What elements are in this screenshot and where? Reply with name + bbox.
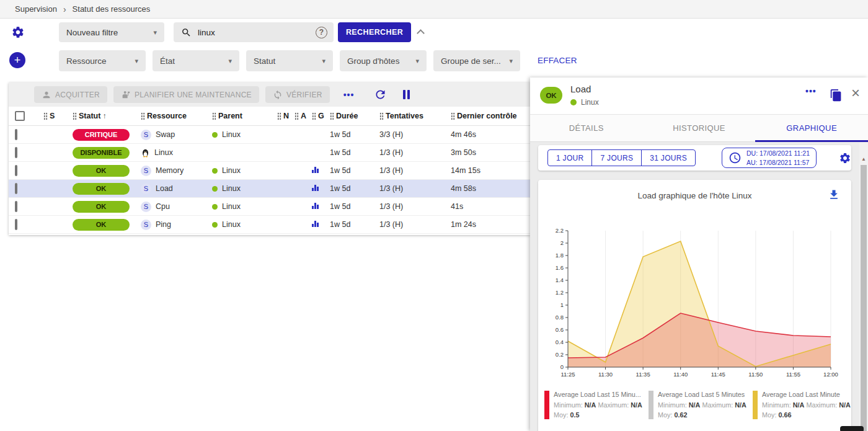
column-header-A[interactable]: A	[294, 112, 312, 120]
drag-handle-icon[interactable]	[294, 112, 299, 120]
bar-chart-icon[interactable]	[312, 166, 319, 173]
graph-card: Load graphique de l'hôte Linux 00.20.40.…	[538, 180, 851, 431]
table-row[interactable]: DISPONIBLELinux1w 5d1/3 (H)3m 50s	[9, 144, 530, 162]
avg-value: 0.66	[778, 411, 791, 419]
range-button-31-jours[interactable]: 31 JOURS	[641, 149, 696, 166]
max-value: N/A	[735, 401, 746, 409]
column-header-G[interactable]: G	[312, 112, 330, 120]
drag-handle-icon[interactable]	[312, 112, 316, 120]
bar-chart-icon[interactable]	[312, 202, 319, 209]
help-icon[interactable]: ?	[316, 27, 327, 38]
column-header-Statut[interactable]: Statut↑	[73, 112, 141, 120]
criteria-dropdown-statut[interactable]: Statut▾	[246, 50, 333, 71]
column-header-N[interactable]: N	[277, 112, 294, 120]
graph-settings-gear-icon[interactable]	[839, 152, 851, 164]
row-checkbox[interactable]	[15, 147, 17, 158]
collapse-filters-chevron-icon[interactable]	[417, 29, 425, 37]
panel-more-icon[interactable]: •••	[805, 86, 817, 96]
breadcrumb-supervision[interactable]: Supervision	[15, 4, 57, 14]
row-checkbox[interactable]	[15, 201, 17, 212]
table-row[interactable]: OKSPingLinux1w 5d1/3 (H)1m 24s	[9, 216, 530, 234]
row-checkbox[interactable]	[15, 129, 17, 140]
downtime-button[interactable]: PLANIFIER UNE MAINTENANCE	[113, 86, 259, 103]
column-label: Ressource	[147, 112, 187, 120]
tab-historique[interactable]: HISTORIQUE	[643, 115, 756, 141]
criteria-dropdown--tat[interactable]: État▾	[153, 50, 239, 71]
column-header-Parent[interactable]: Parent	[212, 112, 277, 120]
range-button-1-jour[interactable]: 1 JOUR	[547, 149, 592, 166]
drag-handle-icon[interactable]	[379, 112, 384, 120]
download-icon[interactable]	[828, 189, 840, 201]
drag-handle-icon[interactable]	[43, 112, 48, 120]
drag-handle-icon[interactable]	[73, 112, 77, 120]
load-chart: 00.20.40.60.811.21.41.61.822.211:2511:30…	[543, 224, 841, 384]
drag-handle-icon[interactable]	[141, 112, 145, 120]
avg-label: Moy:	[658, 411, 674, 419]
table-row[interactable]: OKSMemoryLinux1w 5d1/3 (H)14m 15s	[9, 162, 530, 180]
row-checkbox[interactable]	[15, 219, 17, 230]
legend-item[interactable]: Average Load Last 5 MinutesMinimum: N/A …	[649, 389, 753, 420]
panel-scrollbar-thumb[interactable]	[861, 165, 867, 431]
criteria-dropdown-ressource[interactable]: Ressource▾	[59, 50, 146, 71]
tab-graphique[interactable]: GRAPHIQUE	[755, 115, 868, 141]
tab-détails[interactable]: DÉTAILS	[530, 115, 643, 141]
clear-filters-button[interactable]: EFFACER	[538, 56, 577, 65]
column-header-S[interactable]: S	[43, 112, 73, 120]
close-panel-icon[interactable]: ×	[851, 86, 860, 100]
refresh-icon[interactable]	[374, 88, 387, 101]
more-actions-icon[interactable]: •••	[343, 90, 355, 100]
criteria-dropdown-group-d-h-tes[interactable]: Group d'hôtes▾	[340, 50, 427, 71]
chevron-right-icon: ›	[63, 4, 66, 14]
graph-title: Load graphique de l'hôte Linux	[538, 191, 851, 200]
legend-item[interactable]: Average Load Last MinuteMinimum: N/A Max…	[753, 389, 857, 420]
column-header-Tentatives[interactable]: Tentatives	[379, 112, 451, 120]
drag-handle-icon[interactable]	[277, 112, 281, 120]
table-row[interactable]: OKSLoadLinux1w 5d1/3 (H)4m 58s	[9, 180, 530, 198]
search-input[interactable]: linux ?	[174, 22, 334, 42]
column-label: Durée	[336, 112, 358, 120]
column-header-select[interactable]	[15, 111, 43, 121]
column-header-Ressource[interactable]: Ressource	[141, 112, 212, 120]
drag-handle-icon[interactable]	[451, 112, 455, 120]
breadcrumb-current: Statut des ressources	[73, 4, 151, 14]
column-header-Durée[interactable]: Durée	[330, 112, 379, 120]
drag-handle-icon[interactable]	[330, 112, 334, 120]
resource-cell: SSwap	[141, 130, 212, 140]
column-label: Parent	[218, 112, 242, 120]
row-checkbox[interactable]	[15, 165, 17, 176]
date-range-picker[interactable]: DU: 17/08/2021 11:21 AU: 17/08/2021 11:5…	[722, 148, 817, 168]
criteria-dropdown-groupe-de-ser-[interactable]: Groupe de ser...▾	[433, 50, 520, 71]
filter-settings-gear-icon[interactable]	[11, 25, 25, 39]
penguin-icon	[141, 148, 150, 158]
max-value: N/A	[631, 401, 642, 409]
parent-name: Linux	[222, 166, 241, 175]
saved-filter-select[interactable]: Nouveau filtre ▾	[59, 22, 164, 42]
table-row[interactable]: CRITIQUESSwapLinux1w 5d3/3 (H)4m 46s	[9, 126, 530, 144]
bar-chart-icon[interactable]	[312, 184, 319, 191]
check-button[interactable]: VÉRIFIER	[265, 86, 330, 103]
svg-text:0: 0	[560, 363, 564, 370]
sync-icon	[273, 90, 283, 100]
drag-handle-icon[interactable]	[212, 112, 216, 120]
add-criteria-button[interactable]: +	[9, 52, 25, 68]
tries-cell: 1/3 (H)	[379, 148, 451, 157]
parent-name: Linux	[222, 202, 241, 211]
range-button-7-jours[interactable]: 7 JOURS	[591, 149, 642, 166]
host-status-dot-icon	[212, 132, 218, 138]
search-button[interactable]: RECHERCHER	[338, 22, 411, 42]
pause-icon[interactable]	[403, 90, 410, 99]
copy-link-icon[interactable]	[830, 89, 843, 102]
bar-chart-icon[interactable]	[312, 220, 319, 227]
column-label: Statut	[79, 112, 100, 120]
chevron-down-icon: ▾	[415, 57, 419, 65]
column-header-Dernier contrôle[interactable]: Dernier contrôle	[451, 112, 524, 120]
legend-swatch	[544, 391, 549, 419]
table-row[interactable]: OKSCpuLinux1w 5d1/3 (H)41s	[9, 198, 530, 216]
legend-item[interactable]: Average Load Last 15 Minu...Minimum: N/A…	[544, 389, 649, 420]
scrollbar-up-arrow-icon[interactable]: ▲	[861, 156, 866, 162]
select-all-checkbox[interactable]	[15, 111, 25, 121]
row-checkbox[interactable]	[15, 183, 17, 194]
host-status-dot-icon	[212, 168, 218, 174]
graph-cell	[312, 202, 330, 211]
acknowledge-button[interactable]: ACQUITTER	[34, 86, 107, 103]
